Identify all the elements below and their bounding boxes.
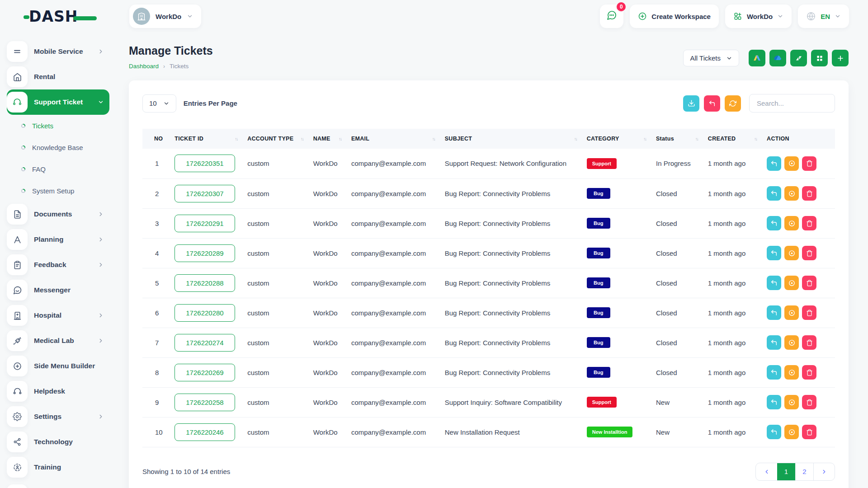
view-ticket-button[interactable] <box>784 305 799 320</box>
delete-ticket-button[interactable] <box>802 425 816 439</box>
column-header-email[interactable]: EMAIL↑↓ <box>347 129 440 149</box>
add-ticket-button[interactable] <box>832 50 849 66</box>
ticket-id-badge[interactable]: 1726220274 <box>175 334 235 352</box>
language-selector[interactable]: EN <box>798 5 849 28</box>
sort-icon[interactable]: ↑↓ <box>339 136 342 141</box>
sidebar-item-partial <box>7 484 28 488</box>
create-workspace-button[interactable]: Create Workspace <box>630 5 719 28</box>
reply-ticket-button[interactable] <box>767 365 781 380</box>
view-ticket-button[interactable] <box>784 335 799 350</box>
sidebar-item-helpdesk[interactable]: Helpdesk <box>7 379 109 404</box>
trash-icon <box>806 339 813 346</box>
view-ticket-button[interactable] <box>784 216 799 230</box>
pagination-page-2[interactable]: 2 <box>795 463 813 480</box>
delete-ticket-button[interactable] <box>802 246 816 260</box>
pagination-page-1[interactable]: 1 <box>777 463 795 480</box>
ticket-id-badge[interactable]: 1726220307 <box>175 185 235 202</box>
delete-ticket-button[interactable] <box>802 216 816 230</box>
ticket-id-badge[interactable]: 1726220269 <box>175 364 235 381</box>
reply-ticket-button[interactable] <box>767 305 781 320</box>
sidebar-item-side-menu-builder[interactable]: Side Menu Builder <box>7 353 109 379</box>
sidebar-item-support-ticket[interactable]: Support Ticket <box>7 89 109 115</box>
sort-icon[interactable]: ↑↓ <box>574 136 578 141</box>
delete-ticket-button[interactable] <box>802 365 816 380</box>
refresh-button[interactable] <box>725 95 741 112</box>
view-ticket-button[interactable] <box>784 246 799 260</box>
sidebar-item-rental[interactable]: Rental <box>7 64 109 89</box>
ticket-id-badge[interactable]: 1726220288 <box>175 274 235 292</box>
column-header-subject[interactable]: SUBJECT↑↓ <box>440 129 582 149</box>
sort-icon[interactable]: ↑↓ <box>643 136 647 141</box>
column-header-account-type[interactable]: ACCOUNT TYPE↑↓ <box>243 129 309 149</box>
view-ticket-button[interactable] <box>784 276 799 290</box>
sidebar-item-hospital[interactable]: Hospital <box>7 303 109 328</box>
sidebar-subitem-knowledge-base[interactable]: Knowledge Base <box>7 136 109 158</box>
ticket-id-badge[interactable]: 1726220351 <box>175 155 235 172</box>
pagination-prev-button[interactable] <box>756 463 777 480</box>
column-header-name[interactable]: NAME↑↓ <box>309 129 347 149</box>
reply-ticket-button[interactable] <box>767 156 781 171</box>
delete-ticket-button[interactable] <box>802 276 816 290</box>
app-logo[interactable]: DASH <box>29 8 97 25</box>
reply-ticket-button[interactable] <box>767 246 781 260</box>
sort-icon[interactable]: ↑↓ <box>432 136 436 141</box>
delete-ticket-button[interactable] <box>802 156 816 171</box>
search-input[interactable] <box>749 94 835 113</box>
workspace-switcher[interactable]: WorkDo <box>725 5 792 28</box>
onedrive-button[interactable] <box>769 50 786 66</box>
column-header-created[interactable]: CREATED↑↓ <box>703 129 762 149</box>
reply-ticket-button[interactable] <box>767 216 781 230</box>
sidebar-item-settings[interactable]: Settings <box>7 404 109 429</box>
reply-ticket-button[interactable] <box>767 395 781 409</box>
view-ticket-button[interactable] <box>784 425 799 439</box>
google-drive-button[interactable] <box>749 50 765 66</box>
delete-ticket-button[interactable] <box>802 186 816 201</box>
entries-per-page-select[interactable]: 10 <box>142 94 176 113</box>
sidebar-item-planning[interactable]: Planning <box>7 227 109 252</box>
sidebar-item-feedback[interactable]: Feedback <box>7 252 109 277</box>
pagination-next-button[interactable] <box>813 463 835 480</box>
ticket-id-badge[interactable]: 1726220291 <box>175 215 235 232</box>
view-ticket-button[interactable] <box>784 186 799 201</box>
sort-icon[interactable]: ↑↓ <box>695 136 699 141</box>
delete-ticket-button[interactable] <box>802 395 816 409</box>
ticket-id-badge[interactable]: 1726220246 <box>175 423 235 441</box>
view-ticket-button[interactable] <box>784 156 799 171</box>
reply-ticket-button[interactable] <box>767 425 781 439</box>
sidebar-subitem-tickets[interactable]: Tickets <box>7 115 109 136</box>
sidebar-item-training[interactable]: Training <box>7 455 109 480</box>
sidebar-item-messenger[interactable]: Messenger <box>7 277 109 303</box>
column-header-status[interactable]: Status↑↓ <box>651 129 703 149</box>
sidebar-item-technology[interactable]: Technology <box>7 429 109 455</box>
delete-ticket-button[interactable] <box>802 305 816 320</box>
messages-button[interactable]: 0 <box>600 5 623 28</box>
sort-icon[interactable]: ↑↓ <box>754 136 758 141</box>
sort-icon[interactable]: ↑↓ <box>301 136 304 141</box>
logo-text: DASH <box>29 8 78 25</box>
reply-ticket-button[interactable] <box>767 276 781 290</box>
ticket-filter-select[interactable]: All Tickets <box>683 50 739 66</box>
sidebar-item-documents[interactable]: Documents <box>7 202 109 227</box>
sidebar-subitem-system-setup[interactable]: System Setup <box>7 180 109 202</box>
column-header-ticket-id[interactable]: TICKET ID↑↓ <box>170 129 243 149</box>
grid-view-button[interactable] <box>811 50 828 66</box>
column-header-category[interactable]: CATEGORY↑↓ <box>582 129 651 149</box>
workspace-selector[interactable]: WorkDo <box>129 5 201 28</box>
ticket-id-badge[interactable]: 1726220289 <box>175 244 235 262</box>
undo-button[interactable] <box>704 95 720 112</box>
delete-ticket-button[interactable] <box>802 335 816 350</box>
export-button[interactable] <box>683 95 699 112</box>
sidebar-item-mobile-service[interactable]: Mobile Service <box>7 39 109 64</box>
reply-ticket-button[interactable] <box>767 186 781 201</box>
breadcrumb-dashboard-link[interactable]: Dashboard <box>129 63 159 70</box>
view-ticket-button[interactable] <box>784 395 799 409</box>
ticket-id-badge[interactable]: 1726220280 <box>175 304 235 322</box>
sidebar-item-medical-lab[interactable]: Medical Lab <box>7 328 109 353</box>
view-ticket-button[interactable] <box>784 365 799 380</box>
sidebar-subitem-faq[interactable]: FAQ <box>7 158 109 180</box>
ticket-id-badge[interactable]: 1726220258 <box>175 394 235 411</box>
zendesk-button[interactable] <box>790 50 807 66</box>
sort-icon[interactable]: ↑↓ <box>235 136 238 141</box>
reply-ticket-button[interactable] <box>767 335 781 350</box>
cell-status: Closed <box>651 357 703 387</box>
